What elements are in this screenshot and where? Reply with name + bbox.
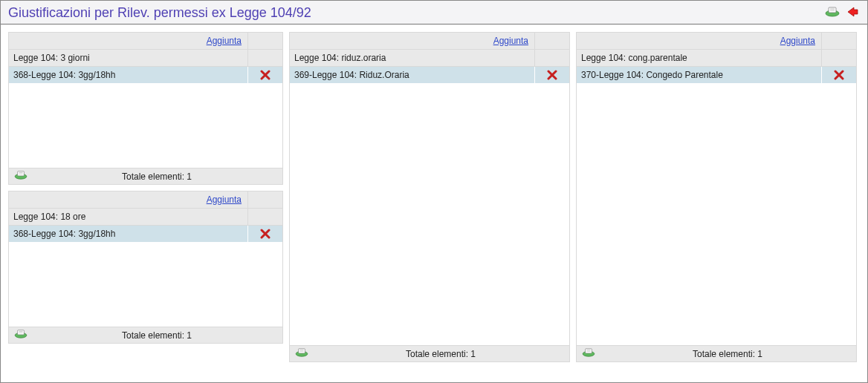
panel-footer: Totale elementi: 1 bbox=[9, 168, 282, 184]
panel-body bbox=[9, 243, 282, 327]
panel-header-side bbox=[535, 33, 569, 50]
row-delete[interactable] bbox=[248, 226, 282, 242]
content: Aggiunta Legge 104: 3 giorni 368-Legge 1… bbox=[1, 24, 867, 379]
titlebar: Giustificazioni per Rilev. permessi ex L… bbox=[1, 1, 867, 24]
panel-header-main: Aggiunta bbox=[290, 33, 535, 50]
print-icon[interactable] bbox=[294, 347, 309, 360]
panel-subheader-text: Legge 104: 18 ore bbox=[9, 209, 248, 226]
row-label: 368-Legge 104: 3gg/18hh bbox=[9, 67, 248, 83]
panel-footer: Totale elementi: 1 bbox=[290, 345, 569, 361]
panel-body bbox=[9, 84, 282, 168]
panel-riduz-oraria: Aggiunta Legge 104: riduz.oraria 369-Leg… bbox=[289, 32, 570, 362]
footer-count: Totale elementi: 1 bbox=[317, 349, 565, 359]
row-label: 369-Legge 104: Riduz.Oraria bbox=[290, 67, 535, 83]
print-icon[interactable] bbox=[13, 329, 28, 341]
panel-subheader-side bbox=[248, 50, 282, 67]
panel-subheader-text: Legge 104: 3 giorni bbox=[9, 50, 248, 67]
panel-header: Aggiunta bbox=[290, 33, 569, 50]
row-delete[interactable] bbox=[822, 67, 856, 83]
panel-subheader-text: Legge 104: riduz.oraria bbox=[290, 50, 535, 67]
panel-footer: Totale elementi: 1 bbox=[9, 327, 282, 343]
table-row[interactable]: 370-Legge 104: Congedo Parentale bbox=[577, 67, 856, 84]
close-icon bbox=[260, 70, 271, 80]
panel-subheader-side bbox=[535, 50, 569, 67]
svg-rect-25 bbox=[586, 349, 592, 353]
footer-count: Totale elementi: 1 bbox=[36, 330, 278, 341]
table-row[interactable]: 369-Legge 104: Riduz.Oraria bbox=[290, 67, 569, 84]
panel-header: Aggiunta bbox=[9, 33, 282, 50]
panel-header: Aggiunta bbox=[577, 33, 856, 50]
panel-congedo-parentale: Aggiunta Legge 104: cong.parentale 370-L… bbox=[576, 32, 857, 362]
page-title: Giustificazioni per Rilev. permessi ex L… bbox=[8, 5, 824, 21]
svg-rect-7 bbox=[18, 171, 25, 176]
row-label: 370-Legge 104: Congedo Parentale bbox=[577, 67, 822, 83]
panel-header-side bbox=[248, 192, 282, 209]
close-icon bbox=[260, 229, 271, 239]
panel-subheader: Legge 104: cong.parentale bbox=[577, 50, 856, 67]
aggiunta-link[interactable]: Aggiunta bbox=[780, 36, 815, 46]
panel-subheader-text: Legge 104: cong.parentale bbox=[577, 50, 822, 67]
panel-subheader: Legge 104: 3 giorni bbox=[9, 50, 282, 67]
footer-count: Totale elementi: 1 bbox=[36, 171, 278, 182]
panel-subheader: Legge 104: 18 ore bbox=[9, 209, 282, 226]
panel-body bbox=[290, 84, 569, 345]
panel-subheader-side bbox=[248, 209, 282, 226]
print-icon[interactable] bbox=[13, 170, 28, 183]
table-row[interactable]: 368-Legge 104: 3gg/18hh bbox=[9, 226, 282, 243]
panel-header: Aggiunta bbox=[9, 192, 282, 209]
footer-count: Totale elementi: 1 bbox=[603, 349, 852, 359]
svg-rect-13 bbox=[18, 330, 25, 335]
svg-rect-1 bbox=[829, 7, 836, 13]
aggiunta-link[interactable]: Aggiunta bbox=[493, 36, 528, 46]
panel-3giorni: Aggiunta Legge 104: 3 giorni 368-Legge 1… bbox=[8, 32, 283, 185]
print-icon[interactable] bbox=[581, 347, 596, 360]
close-icon bbox=[547, 70, 557, 80]
table-row[interactable]: 368-Legge 104: 3gg/18hh bbox=[9, 67, 282, 84]
panel-header-side bbox=[248, 33, 282, 50]
aggiunta-link[interactable]: Aggiunta bbox=[207, 36, 242, 46]
print-icon[interactable] bbox=[824, 6, 841, 20]
left-column: Aggiunta Legge 104: 3 giorni 368-Legge 1… bbox=[8, 32, 283, 372]
panel-header-main: Aggiunta bbox=[9, 33, 248, 50]
row-label: 368-Legge 104: 3gg/18hh bbox=[9, 226, 248, 242]
panel-subheader: Legge 104: riduz.oraria bbox=[290, 50, 569, 67]
window: Giustificazioni per Rilev. permessi ex L… bbox=[0, 0, 868, 383]
back-icon[interactable] bbox=[845, 6, 860, 20]
row-delete[interactable] bbox=[535, 67, 569, 83]
aggiunta-link[interactable]: Aggiunta bbox=[207, 194, 242, 205]
panel-header-main: Aggiunta bbox=[9, 192, 248, 209]
panel-header-main: Aggiunta bbox=[577, 33, 822, 50]
row-delete[interactable] bbox=[248, 67, 282, 83]
panel-18ore: Aggiunta Legge 104: 18 ore 368-Legge 104… bbox=[8, 191, 283, 344]
panel-footer: Totale elementi: 1 bbox=[577, 345, 856, 361]
panel-header-side bbox=[822, 33, 856, 50]
panel-body bbox=[577, 84, 856, 345]
close-icon bbox=[834, 70, 844, 80]
titlebar-icons bbox=[824, 6, 860, 20]
panel-subheader-side bbox=[822, 50, 856, 67]
svg-rect-19 bbox=[299, 349, 305, 353]
